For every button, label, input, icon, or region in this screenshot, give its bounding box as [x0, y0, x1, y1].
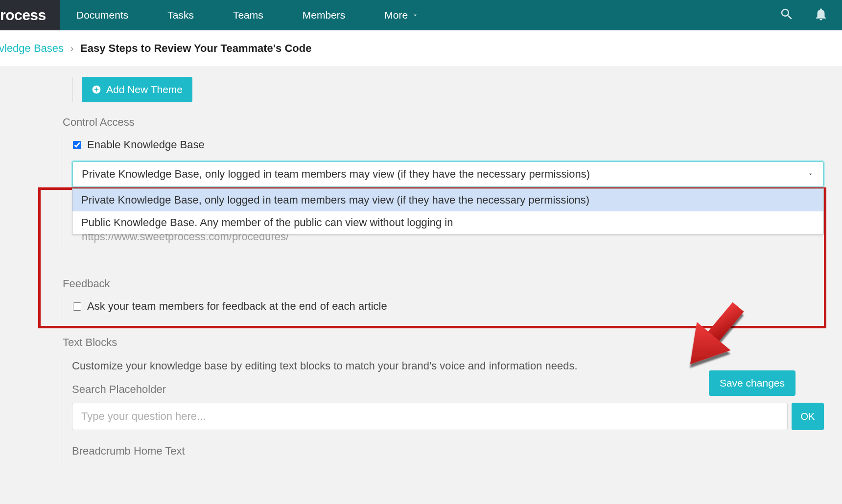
- feedback-checkbox[interactable]: [73, 302, 81, 311]
- control-access-section: Control Access Enable Knowledge Base Pri…: [63, 116, 824, 252]
- nav-item-members[interactable]: Members: [303, 9, 346, 21]
- search-icon[interactable]: [779, 7, 794, 23]
- nav-item-tasks[interactable]: Tasks: [167, 9, 194, 21]
- page-body: Add New Theme Control Access Enable Know…: [0, 77, 842, 466]
- nav-label-tasks: Tasks: [167, 9, 194, 21]
- kb-visibility-dropdown: Private Knowledge Base, only logged in t…: [72, 188, 824, 234]
- nav-item-teams[interactable]: Teams: [233, 9, 263, 21]
- add-new-theme-button[interactable]: Add New Theme: [82, 77, 192, 102]
- nav-label-more: More: [384, 9, 408, 21]
- nav-item-more[interactable]: More: [384, 9, 419, 21]
- breadcrumb: vledge Bases › Easy Steps to Review Your…: [0, 30, 842, 67]
- nav-right: [779, 7, 842, 23]
- breadcrumb-separator: ›: [70, 44, 73, 54]
- kb-option-public[interactable]: Public Knowledge Base. Any member of the…: [72, 211, 823, 234]
- text-blocks-section: Text Blocks Customize your knowledge bas…: [63, 336, 824, 466]
- kb-option-private[interactable]: Private Knowledge Base, only logged in t…: [72, 189, 823, 211]
- control-access-title: Control Access: [63, 116, 824, 129]
- top-navigation: rocess Documents Tasks Teams Members Mor…: [0, 0, 842, 30]
- theme-block: Add New Theme: [72, 77, 824, 102]
- breadcrumb-link[interactable]: vledge Bases: [0, 42, 64, 55]
- plus-circle-icon: [92, 85, 101, 94]
- enable-kb-label: Enable Knowledge Base: [87, 138, 205, 151]
- breadcrumb-current: Easy Steps to Review Your Teammate's Cod…: [80, 42, 311, 55]
- search-placeholder-input[interactable]: [72, 403, 788, 430]
- nav-item-documents[interactable]: Documents: [76, 9, 128, 21]
- nav-items: Documents Tasks Teams Members More: [76, 9, 419, 21]
- nav-label-teams: Teams: [233, 9, 263, 21]
- search-placeholder-label: Search Placeholder: [72, 383, 824, 396]
- kb-visibility-selected: Private Knowledge Base, only logged in t…: [82, 168, 590, 181]
- brand-logo: rocess: [0, 0, 60, 30]
- breadcrumb-home-label: Breadcrumb Home Text: [72, 445, 824, 458]
- text-blocks-title: Text Blocks: [63, 336, 824, 349]
- search-placeholder-ok-button[interactable]: OK: [792, 403, 824, 430]
- feedback-body: Ask your team members for feedback at th…: [63, 295, 824, 321]
- control-access-body: Enable Knowledge Base Private Knowledge …: [63, 134, 824, 252]
- feedback-title: Feedback: [63, 277, 824, 290]
- bell-icon[interactable]: [814, 7, 828, 23]
- enable-kb-checkbox[interactable]: [73, 141, 81, 149]
- chevron-down-icon: [412, 9, 419, 21]
- feedback-section: Feedback Ask your team members for feedb…: [63, 277, 824, 321]
- brand-text: rocess: [0, 7, 46, 23]
- add-theme-label: Add New Theme: [106, 84, 183, 95]
- chevron-down-icon: [807, 168, 814, 181]
- nav-label-members: Members: [303, 9, 346, 21]
- text-blocks-desc: Customize your knowledge base by editing…: [72, 360, 824, 372]
- kb-visibility-select[interactable]: Private Knowledge Base, only logged in t…: [72, 161, 824, 187]
- text-blocks-body: Customize your knowledge base by editing…: [63, 354, 824, 466]
- nav-label-documents: Documents: [76, 9, 128, 21]
- feedback-label: Ask your team members for feedback at th…: [87, 300, 387, 313]
